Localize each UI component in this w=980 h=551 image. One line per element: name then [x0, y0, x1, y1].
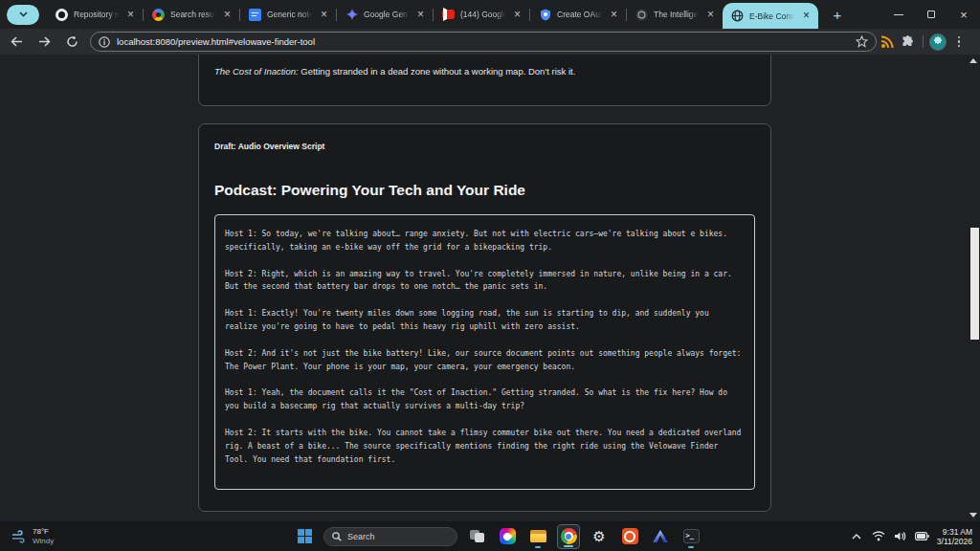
battery-button[interactable]: [915, 529, 930, 544]
wifi-icon: [872, 531, 885, 541]
minimize-icon: [894, 14, 903, 15]
task-view-icon: [470, 530, 484, 542]
profile-button[interactable]: [927, 32, 948, 53]
task-view-button[interactable]: [465, 524, 488, 549]
cost-of-inaction-rest: Getting stranded in a dead zone without …: [299, 66, 576, 77]
tab-label: Google Gemini: [364, 10, 409, 19]
scrollbar-thumb[interactable]: [970, 228, 979, 340]
tab-label: Search results - C: [170, 10, 215, 19]
tab-create-oauth-client[interactable]: Create OAuth cli ×: [530, 0, 626, 29]
ubuntu-icon: [622, 528, 638, 544]
transcript-paragraph: Host 1: So today, we're talking about… r…: [225, 228, 745, 254]
address-bar[interactable]: localhost:8080/preview.html#velowave-fin…: [90, 32, 877, 52]
browser-titlebar: Repository searc × Search results - C × …: [0, 0, 980, 29]
cost-of-inaction-card: The Cost of Inaction: Getting stranded i…: [198, 55, 771, 106]
tab-close-icon[interactable]: ×: [318, 9, 330, 21]
toolbar-separator: [923, 35, 924, 48]
taskbar-clock[interactable]: 9:31 AM 3/11/2026: [937, 527, 972, 546]
maximize-button[interactable]: [915, 0, 947, 29]
dark-circle-favicon-icon: [635, 9, 648, 21]
back-button[interactable]: [5, 31, 28, 54]
volume-button[interactable]: [893, 529, 908, 544]
reload-button[interactable]: [60, 31, 83, 54]
draft-badge: Draft: Audio Overview Script: [214, 142, 755, 151]
tab-label: Create OAuth cli: [557, 10, 602, 19]
terminal-button[interactable]: >_: [679, 524, 702, 549]
new-tab-button[interactable]: +: [828, 7, 847, 23]
tab-close-icon[interactable]: ×: [221, 9, 234, 21]
globe-favicon-icon: [731, 10, 744, 22]
tab-close-icon[interactable]: ×: [608, 9, 620, 21]
profile-avatar: [929, 33, 947, 51]
puzzle-piece-icon: [902, 35, 915, 49]
rss-extension-button[interactable]: [877, 32, 898, 53]
terminal-icon: >_: [683, 529, 700, 543]
bookmark-star-icon[interactable]: [856, 35, 868, 48]
tab-search-button[interactable]: [7, 5, 39, 25]
wifi-button[interactable]: [871, 529, 886, 544]
tab-generic-notepad[interactable]: Generic notepad ×: [240, 0, 336, 29]
copilot-button[interactable]: [496, 524, 519, 549]
tab-search-results[interactable]: Search results - C ×: [144, 0, 239, 29]
tab-close-icon[interactable]: ×: [124, 9, 137, 21]
close-window-button[interactable]: ×: [947, 0, 980, 29]
tab-label: The Intelligent G: [654, 10, 699, 19]
transcript-box: Host 1: So today, we're talking about… r…: [214, 214, 755, 490]
tab-strip: Repository searc × Search results - C × …: [47, 0, 818, 29]
tab-close-icon[interactable]: ×: [511, 9, 523, 21]
windy-weather-icon: [11, 530, 27, 543]
github-favicon-icon: [56, 9, 68, 21]
weather-text: 78°F Windy: [33, 527, 54, 545]
mountain-a-icon: [653, 530, 668, 542]
tab-ebike-content-active[interactable]: E-Bike Content F ×: [723, 3, 818, 29]
audio-overview-card: Draft: Audio Overview Script Podcast: Po…: [198, 123, 771, 512]
tab-close-icon[interactable]: ×: [800, 10, 813, 22]
podcast-title: Podcast: Powering Your Tech and Your Rid…: [214, 180, 755, 201]
battery-icon: [915, 532, 929, 540]
site-info-icon[interactable]: [99, 36, 110, 48]
tab-close-icon[interactable]: ×: [704, 9, 717, 21]
tab-google-gemini[interactable]: Google Gemini ×: [337, 0, 433, 29]
weather-temp: 78°F: [33, 527, 49, 536]
forward-arrow-icon: [38, 36, 51, 47]
clock-date: 3/11/2026: [937, 537, 972, 546]
chevron-up-icon: [852, 534, 861, 540]
tab-the-intelligent[interactable]: The Intelligent G ×: [627, 0, 723, 29]
scrollbar-up-arrow[interactable]: [969, 58, 977, 63]
extensions-button[interactable]: [898, 32, 919, 53]
system-tray: 9:31 AM 3/11/2026: [849, 527, 972, 546]
settings-button[interactable]: ⚙: [588, 524, 611, 549]
url-text[interactable]: localhost:8080/preview.html#velowave-fin…: [117, 36, 856, 47]
reload-icon: [66, 35, 78, 48]
back-arrow-icon: [11, 36, 23, 47]
file-explorer-icon: [530, 530, 546, 542]
chrome-button[interactable]: [557, 524, 580, 549]
tab-repository-search[interactable]: Repository searc ×: [47, 0, 143, 29]
chevron-down-icon: [19, 11, 28, 17]
forward-button[interactable]: [33, 31, 56, 54]
scrollbar-down-arrow[interactable]: [969, 513, 977, 518]
chrome-icon: [561, 528, 577, 544]
tab-close-icon[interactable]: ×: [414, 9, 427, 21]
clock-time: 9:31 AM: [943, 527, 972, 537]
transcript-paragraph: Host 2: And it's not just the bike batte…: [225, 347, 745, 374]
browser-menu-button[interactable]: [948, 32, 969, 53]
transcript-paragraph: Host 1: Exactly! You're twenty miles dow…: [225, 307, 745, 334]
peak-app-button[interactable]: [649, 524, 672, 549]
taskbar-weather-widget[interactable]: 78°F Windy: [11, 527, 126, 545]
kebab-menu-icon: [958, 36, 961, 48]
window-controls: ×: [882, 0, 980, 29]
windows-logo-icon: [298, 529, 312, 543]
transcript-paragraph: Host 1: Yeah, the document calls it the …: [225, 386, 745, 413]
minimize-button[interactable]: [882, 0, 915, 29]
tab-label: E-Bike Content F: [749, 11, 794, 21]
speaker-icon: [894, 531, 906, 541]
tray-overflow-button[interactable]: [849, 529, 864, 544]
file-explorer-button[interactable]: [526, 524, 549, 549]
taskbar-search-box[interactable]: Search: [323, 527, 457, 546]
tab-google-workspace-youtube[interactable]: (144) Google Wo ×: [434, 0, 529, 29]
start-button[interactable]: [293, 524, 316, 549]
oauth-shield-favicon-icon: [539, 9, 551, 21]
maximize-icon: [927, 11, 935, 18]
ubuntu-button[interactable]: [618, 524, 641, 549]
